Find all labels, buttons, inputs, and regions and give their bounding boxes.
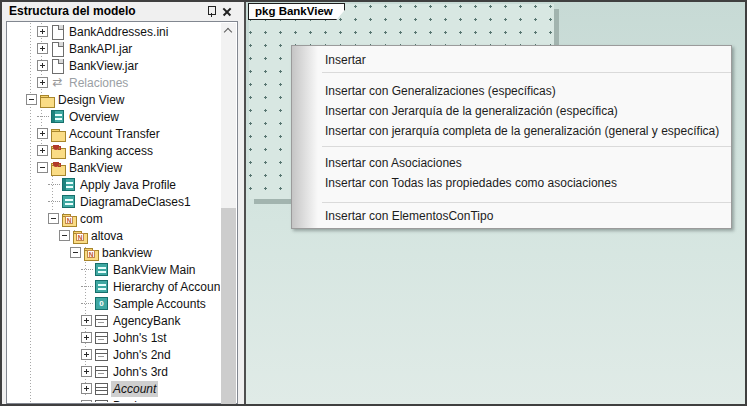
tree-item-bankview-jar[interactable]: BankView.jar xyxy=(8,57,220,74)
application-window: Estructura del modelo BankAddresses.ini xyxy=(0,0,747,406)
expand-toggle[interactable] xyxy=(37,77,48,88)
tree-item-agencybank[interactable]: AgencyBank xyxy=(8,312,220,329)
panel-titlebar: Estructura del modelo xyxy=(2,2,238,21)
pin-icon[interactable] xyxy=(205,5,218,18)
tree-item-design-view[interactable]: Design View xyxy=(8,91,220,108)
profile-icon xyxy=(62,178,75,191)
tree-rows: BankAddresses.ini BankAPI.jar BankView.j… xyxy=(8,23,220,402)
java-folder-icon xyxy=(51,144,64,157)
expand-toggle[interactable] xyxy=(37,60,48,71)
collapse-toggle[interactable] xyxy=(70,247,81,258)
tree-connector xyxy=(37,116,49,117)
menu-item-insertar-jerarquia-especifica[interactable]: Insertar con Jerarquía de la generalizac… xyxy=(292,101,731,121)
file-icon xyxy=(51,59,64,72)
tree-item-bankview[interactable]: BankView xyxy=(8,159,220,176)
tree-item-altova[interactable]: N altova xyxy=(8,227,220,244)
menu-item-insertar-asociaciones[interactable]: Insertar con Asociaciones xyxy=(292,153,731,173)
tree-item-bank[interactable]: Bank xyxy=(8,397,220,402)
expand-toggle[interactable] xyxy=(37,26,48,37)
menu-item-insertar-generalizaciones[interactable]: Insertar con Generalizaciones (específic… xyxy=(292,81,731,101)
tree-scrollbar[interactable] xyxy=(221,23,236,402)
model-structure-panel: Estructura del modelo BankAddresses.ini xyxy=(2,2,238,404)
collapse-toggle[interactable] xyxy=(48,213,59,224)
file-icon xyxy=(51,42,64,55)
object-icon xyxy=(95,332,108,344)
diagram-icon xyxy=(62,195,75,208)
tree-item-sample-accounts[interactable]: 0 Sample Accounts xyxy=(8,295,220,312)
menu-item-insertar-elementoscontipo[interactable]: Insertar con ElementosConTipo xyxy=(292,206,731,226)
tree-item-bankapi-jar[interactable]: BankAPI.jar xyxy=(8,40,220,57)
expand-toggle[interactable] xyxy=(81,366,92,377)
expand-toggle[interactable] xyxy=(81,383,92,394)
tree-item-overview[interactable]: Overview xyxy=(8,108,220,125)
tree-connector xyxy=(81,269,93,270)
tree-item-account[interactable]: Account xyxy=(8,380,220,397)
tree-item-account-transfer[interactable]: Account Transfer xyxy=(8,125,220,142)
expand-toggle[interactable] xyxy=(81,332,92,343)
tree-item-johns-1st[interactable]: John's 1st xyxy=(8,329,220,346)
tree-connector xyxy=(81,303,93,304)
tree-item-com[interactable]: N com xyxy=(8,210,220,227)
folder-icon xyxy=(51,127,64,140)
class-icon xyxy=(95,400,108,403)
collapse-toggle[interactable] xyxy=(37,162,48,173)
tree-connector xyxy=(81,286,93,287)
java-folder-icon xyxy=(51,161,64,174)
tree-item-hierarchy-of-account[interactable]: Hierarchy of Account xyxy=(8,278,220,295)
diagram-frame-label[interactable]: pkg BankView xyxy=(248,3,345,20)
tree-item-diagramadeclases1[interactable]: DiagramaDeClases1 xyxy=(8,193,220,210)
diagram-icon xyxy=(51,110,64,123)
tree-connector xyxy=(48,201,60,202)
tree-connector xyxy=(48,184,60,185)
expand-toggle[interactable] xyxy=(37,128,48,139)
collapse-toggle[interactable] xyxy=(26,94,37,105)
close-icon[interactable] xyxy=(221,5,234,18)
tree-item-bankview-package[interactable]: N bankview xyxy=(8,244,220,261)
diagram-icon xyxy=(95,280,108,293)
tree-item-bankview-main[interactable]: BankView Main xyxy=(8,261,220,278)
collapse-toggle[interactable] xyxy=(59,230,70,241)
package-icon: N xyxy=(62,212,75,225)
tree-item-johns-3rd[interactable]: John's 3rd xyxy=(8,363,220,380)
object-icon xyxy=(95,315,108,327)
tree-item-bankaddresses-ini[interactable]: BankAddresses.ini xyxy=(8,23,220,40)
class-icon xyxy=(95,383,108,395)
folder-icon xyxy=(40,93,53,106)
menu-separator xyxy=(322,72,731,73)
relations-icon: ⇄ xyxy=(51,76,64,89)
package-icon: N xyxy=(84,246,97,259)
scrollbar-thumb[interactable] xyxy=(221,208,236,404)
expand-toggle[interactable] xyxy=(37,43,48,54)
tree-item-apply-java-profile[interactable]: Apply Java Profile xyxy=(8,176,220,193)
package-icon: N xyxy=(73,229,86,242)
tree-item-johns-2nd[interactable]: John's 2nd xyxy=(8,346,220,363)
context-menu: Insertar Insertar con Generalizaciones (… xyxy=(291,45,732,229)
menu-item-insertar-jerarquia-completa[interactable]: Insertar con jerarquía completa de la ge… xyxy=(292,121,731,141)
object-diagram-icon: 0 xyxy=(95,297,108,310)
menu-separator xyxy=(322,202,731,203)
file-icon xyxy=(51,25,64,38)
expand-toggle[interactable] xyxy=(81,349,92,360)
expand-toggle[interactable] xyxy=(37,145,48,156)
object-icon xyxy=(95,366,108,378)
tree-item-relaciones[interactable]: ⇄ Relaciones xyxy=(8,74,220,91)
expand-toggle[interactable] xyxy=(81,400,92,402)
diagram-icon xyxy=(95,263,108,276)
menu-item-insertar-propiedades-asociaciones[interactable]: Insertar con Todas las propiedades como … xyxy=(292,173,731,193)
menu-separator xyxy=(322,146,731,147)
scroll-up-arrow-icon[interactable] xyxy=(221,23,236,38)
expand-toggle[interactable] xyxy=(81,315,92,326)
object-icon xyxy=(95,349,108,361)
model-tree: BankAddresses.ini BankAPI.jar BankView.j… xyxy=(6,21,238,404)
menu-item-insertar[interactable]: Insertar xyxy=(292,50,731,70)
tree-item-banking-access[interactable]: Banking access xyxy=(8,142,220,159)
panel-title: Estructura del modelo xyxy=(9,4,136,18)
